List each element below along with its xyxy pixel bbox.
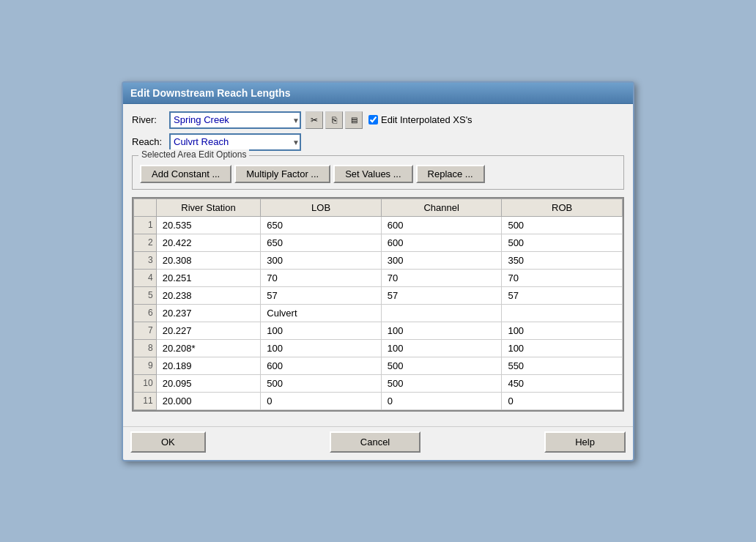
dialog-footer: OK Cancel Help	[123, 426, 633, 460]
copy-icon: ⎘	[332, 115, 337, 125]
row-num-cell: 11	[134, 392, 157, 409]
station-cell[interactable]: 20.238	[156, 286, 261, 304]
rob-cell[interactable]: 100	[502, 322, 623, 339]
channel-cell[interactable]	[381, 304, 502, 322]
help-button[interactable]: Help	[544, 431, 626, 453]
selected-area-legend: Selected Area Edit Options	[138, 149, 249, 160]
channel-cell[interactable]: 300	[381, 251, 502, 269]
lob-cell[interactable]: 650	[261, 234, 382, 251]
table-row: 720.227100100100	[134, 322, 623, 339]
channel-cell[interactable]: 100	[381, 339, 502, 357]
river-select-wrapper: Spring Creek ▼	[169, 111, 301, 129]
row-num-cell: 6	[134, 304, 157, 322]
edit-downstream-reach-lengths-dialog: Edit Downstream Reach Lengths River: Spr…	[122, 81, 634, 461]
row-num-cell: 3	[134, 251, 157, 269]
station-cell[interactable]: 20.535	[156, 216, 261, 234]
multiply-factor-button[interactable]: Multiply Factor ...	[234, 165, 330, 183]
edit-interpolated-label[interactable]: Edit Interpolated XS's	[381, 114, 472, 125]
rob-cell[interactable]: 550	[502, 357, 623, 374]
dialog-body: River: Spring Creek ▼ ✂ ⎘ ▤	[123, 104, 633, 426]
station-cell[interactable]: 20.095	[156, 374, 261, 392]
rob-cell[interactable]: 350	[502, 251, 623, 269]
lob-cell[interactable]: 650	[261, 216, 382, 234]
station-cell[interactable]: 20.308	[156, 251, 261, 269]
river-label: River:	[132, 114, 165, 125]
rob-header: ROB	[502, 198, 623, 216]
channel-cell[interactable]: 500	[381, 357, 502, 374]
channel-cell[interactable]: 0	[381, 392, 502, 409]
rob-cell[interactable]: 450	[502, 374, 623, 392]
row-num-cell: 7	[134, 322, 157, 339]
set-values-button[interactable]: Set Values ...	[333, 165, 412, 183]
edit-interpolated-checkbox[interactable]	[368, 115, 378, 125]
rob-cell[interactable]	[502, 304, 623, 322]
reach-select[interactable]: Culvrt Reach	[169, 133, 301, 151]
table-row: 1120.000000	[134, 392, 623, 409]
lob-cell[interactable]: 100	[261, 339, 382, 357]
row-num-header	[134, 198, 157, 216]
row-num-cell: 8	[134, 339, 157, 357]
table-row: 920.189600500550	[134, 357, 623, 374]
station-cell[interactable]: 20.000	[156, 392, 261, 409]
data-table: River Station LOB Channel ROB 120.535650…	[133, 198, 623, 410]
river-station-header: River Station	[156, 198, 261, 216]
rob-cell[interactable]: 0	[502, 392, 623, 409]
station-cell[interactable]: 20.422	[156, 234, 261, 251]
scissors-icon: ✂	[311, 115, 318, 125]
row-num-cell: 5	[134, 286, 157, 304]
row-num-cell: 9	[134, 357, 157, 374]
channel-cell[interactable]: 70	[381, 269, 502, 286]
channel-cell[interactable]: 500	[381, 374, 502, 392]
replace-button[interactable]: Replace ...	[416, 165, 485, 183]
river-select[interactable]: Spring Creek	[169, 111, 301, 129]
table-body: 120.535650600500220.422650600500320.3083…	[134, 216, 623, 409]
copy-button[interactable]: ⎘	[325, 111, 343, 129]
data-table-wrapper: River Station LOB Channel ROB 120.535650…	[132, 197, 624, 412]
lob-cell[interactable]: 0	[261, 392, 382, 409]
channel-cell[interactable]: 600	[381, 234, 502, 251]
river-row: River: Spring Creek ▼ ✂ ⎘ ▤	[132, 111, 624, 129]
rob-cell[interactable]: 100	[502, 339, 623, 357]
table-row: 220.422650600500	[134, 234, 623, 251]
rob-cell[interactable]: 57	[502, 286, 623, 304]
rob-cell[interactable]: 500	[502, 234, 623, 251]
paste-icon: ▤	[351, 116, 357, 124]
reach-row: Reach: Culvrt Reach ▼	[132, 133, 624, 151]
edit-buttons: Add Constant ... Multiply Factor ... Set…	[140, 162, 616, 183]
station-cell[interactable]: 20.208*	[156, 339, 261, 357]
edit-interpolated-row: Edit Interpolated XS's	[368, 114, 472, 125]
lob-cell[interactable]: 500	[261, 374, 382, 392]
paste-button[interactable]: ▤	[345, 111, 363, 129]
rob-cell[interactable]: 500	[502, 216, 623, 234]
channel-header: Channel	[381, 198, 502, 216]
table-row: 420.251707070	[134, 269, 623, 286]
lob-cell[interactable]: Culvert	[261, 304, 382, 322]
row-num-cell: 4	[134, 269, 157, 286]
station-cell[interactable]: 20.237	[156, 304, 261, 322]
ok-button[interactable]: OK	[130, 431, 206, 453]
row-num-cell: 2	[134, 234, 157, 251]
station-cell[interactable]: 20.251	[156, 269, 261, 286]
station-cell[interactable]: 20.227	[156, 322, 261, 339]
table-header: River Station LOB Channel ROB	[134, 198, 623, 216]
table-row: 320.308300300350	[134, 251, 623, 269]
scissors-button[interactable]: ✂	[305, 111, 323, 129]
lob-cell[interactable]: 600	[261, 357, 382, 374]
rob-cell[interactable]: 70	[502, 269, 623, 286]
lob-cell[interactable]: 100	[261, 322, 382, 339]
table-row: 520.238575757	[134, 286, 623, 304]
table-row: 820.208*100100100	[134, 339, 623, 357]
row-num-cell: 1	[134, 216, 157, 234]
channel-cell[interactable]: 600	[381, 216, 502, 234]
table-row: 120.535650600500	[134, 216, 623, 234]
lob-cell[interactable]: 70	[261, 269, 382, 286]
table-row: 1020.095500500450	[134, 374, 623, 392]
dialog-title: Edit Downstream Reach Lengths	[123, 83, 633, 104]
cancel-button[interactable]: Cancel	[330, 431, 420, 453]
lob-cell[interactable]: 300	[261, 251, 382, 269]
add-constant-button[interactable]: Add Constant ...	[140, 165, 231, 183]
channel-cell[interactable]: 57	[381, 286, 502, 304]
station-cell[interactable]: 20.189	[156, 357, 261, 374]
lob-cell[interactable]: 57	[261, 286, 382, 304]
channel-cell[interactable]: 100	[381, 322, 502, 339]
